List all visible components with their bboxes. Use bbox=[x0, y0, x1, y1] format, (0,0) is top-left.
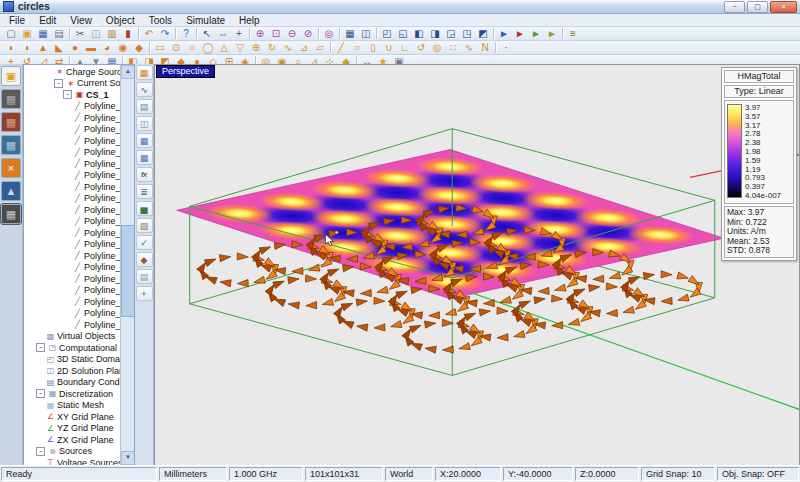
view-bottom-button[interactable]: ◱ bbox=[395, 28, 411, 40]
sphere-button[interactable]: ● bbox=[67, 42, 83, 54]
menu-item-file[interactable]: File bbox=[2, 14, 32, 26]
tree-item-2d-solution-planes[interactable]: ◫2D Solution Planes bbox=[24, 365, 121, 377]
tree-item-current-source[interactable]: -∗Current Source bbox=[24, 78, 121, 90]
extrude-button[interactable]: ▭ bbox=[152, 42, 168, 54]
spiral-button[interactable]: ↺ bbox=[413, 42, 429, 54]
solid-more-button[interactable]: ◆ bbox=[131, 42, 147, 54]
tree-item-polyline-3[interactable]: ╱Polyline_3 bbox=[24, 112, 121, 124]
tree-item-cs-1[interactable]: -▣CS_1 bbox=[24, 89, 121, 101]
funnel-button[interactable]: ▽ bbox=[232, 42, 248, 54]
print-button[interactable]: ▤ bbox=[51, 28, 67, 40]
tree-item-polyline-17[interactable]: ╱Polyline_17 bbox=[24, 273, 121, 285]
tree-item-3d-static-domain[interactable]: ◰3D Static Domain bbox=[24, 354, 121, 366]
tree-expander-icon[interactable]: - bbox=[63, 90, 72, 99]
more-tools-button[interactable]: · bbox=[498, 42, 514, 54]
material-dark-dock-button[interactable]: ▦ bbox=[1, 89, 21, 109]
tree-expander-icon[interactable]: - bbox=[36, 389, 45, 398]
fold-button[interactable]: ◖ bbox=[19, 42, 35, 54]
zoom-extents-button[interactable]: ◎ bbox=[321, 28, 337, 40]
library-blue-dock-button[interactable]: ▲ bbox=[1, 181, 21, 201]
menu-item-simulate[interactable]: Simulate bbox=[179, 14, 232, 26]
slab-button[interactable]: ▬ bbox=[83, 42, 99, 54]
primitive-button[interactable]: ◉ bbox=[115, 42, 131, 54]
tree-item-discretization[interactable]: -▦Discretization bbox=[24, 388, 121, 400]
tree-scroll-down-button[interactable]: ▼ bbox=[121, 451, 135, 465]
tree-item-polyline-15[interactable]: ╱Polyline_15 bbox=[24, 250, 121, 262]
layers-button[interactable]: ▤ bbox=[136, 99, 153, 114]
menu-item-edit[interactable]: Edit bbox=[32, 14, 63, 26]
pyramid-button[interactable]: △ bbox=[216, 42, 232, 54]
view-quad-button[interactable]: ◫ bbox=[358, 28, 374, 40]
image-capture-button[interactable]: ▨ bbox=[136, 218, 153, 233]
menu-item-help[interactable]: Help bbox=[232, 14, 267, 26]
tree-item-polyline-19[interactable]: ╱Polyline_19 bbox=[24, 296, 121, 308]
tree-item-yz-grid-plane[interactable]: ∠YZ Grid Plane bbox=[24, 423, 121, 435]
polyline-tool-button[interactable]: ∟ bbox=[397, 42, 413, 54]
rectangle-button[interactable]: ▯ bbox=[365, 42, 381, 54]
dome-button[interactable]: ○ bbox=[184, 42, 200, 54]
view-top-button[interactable]: ◰ bbox=[379, 28, 395, 40]
redo-button[interactable]: ↷ bbox=[157, 28, 173, 40]
blend-button[interactable]: ◕ bbox=[99, 42, 115, 54]
view-back-button[interactable]: ◳ bbox=[459, 28, 475, 40]
zoom-out-button[interactable]: ⊖ bbox=[284, 28, 300, 40]
view-left-button[interactable]: ◧ bbox=[411, 28, 427, 40]
maximize-button[interactable]: ▢ bbox=[747, 1, 768, 13]
tree-scrollbar-thumb[interactable] bbox=[121, 225, 135, 317]
zoom-previous-button[interactable]: ⊘ bbox=[300, 28, 316, 40]
nurbs-button[interactable]: N bbox=[477, 42, 493, 54]
pan-button[interactable]: ⇔ bbox=[215, 28, 231, 40]
tree-item-polyline-21[interactable]: ╱Polyline_21 bbox=[24, 319, 121, 331]
tree-item-polyline-20[interactable]: ╱Polyline_20 bbox=[24, 308, 121, 320]
save-button[interactable]: ▦ bbox=[35, 28, 51, 40]
open-button[interactable]: ▣ bbox=[19, 28, 35, 40]
tree-item-computational-domain[interactable]: -◳Computational Domain bbox=[24, 342, 121, 354]
delete-button[interactable]: ▮ bbox=[120, 28, 136, 40]
torus-button[interactable]: ◎ bbox=[429, 42, 445, 54]
tree-item-virtual-objects[interactable]: ▩Virtual Objects bbox=[24, 331, 121, 343]
menu-item-tools[interactable]: Tools bbox=[142, 14, 179, 26]
material-steel-dock-button[interactable]: ▦ bbox=[1, 135, 21, 155]
tree-item-polyline-6[interactable]: ╱Polyline_6 bbox=[24, 147, 121, 159]
move-view-button[interactable]: + bbox=[231, 28, 247, 40]
view-front-button[interactable]: ◲ bbox=[443, 28, 459, 40]
paste-button[interactable]: ▥ bbox=[104, 28, 120, 40]
tree-item-voltage-sources[interactable]: ⊤Voltage Sources bbox=[24, 457, 121, 465]
spline-button[interactable]: ∿ bbox=[461, 42, 477, 54]
tree-expander-icon[interactable]: - bbox=[54, 79, 63, 88]
cone-button[interactable]: ▲ bbox=[35, 42, 51, 54]
notes-button[interactable]: ▤ bbox=[136, 269, 153, 284]
bend-sheet-button[interactable]: ◗ bbox=[3, 42, 19, 54]
view-right-button[interactable]: ◨ bbox=[427, 28, 443, 40]
tree-item-polyline-9[interactable]: ╱Polyline_9 bbox=[24, 181, 121, 193]
tree-item-polyline-8[interactable]: ╱Polyline_8 bbox=[24, 170, 121, 182]
cut-button[interactable]: ✂ bbox=[72, 28, 88, 40]
script-editor-button[interactable]: ≣ bbox=[136, 184, 153, 199]
undo-button[interactable]: ↶ bbox=[141, 28, 157, 40]
project-hierarchy-button[interactable]: ≡ bbox=[565, 28, 581, 40]
wire-sphere-button[interactable]: ⊕ bbox=[248, 42, 264, 54]
tree-scrollbar[interactable]: ▲ ▼ bbox=[120, 65, 134, 465]
tree-item-polyline-2[interactable]: ╱Polyline_2 bbox=[24, 101, 121, 113]
scene-canvas[interactable] bbox=[155, 65, 799, 465]
tree-item-polyline-5[interactable]: ╱Polyline_5 bbox=[24, 135, 121, 147]
validate-button[interactable]: ✓ bbox=[136, 235, 153, 250]
material-copper-dock-button[interactable]: ▦ bbox=[1, 112, 21, 132]
view-isometric-button[interactable]: ◩ bbox=[475, 28, 491, 40]
flag-view-2-button[interactable]: ► bbox=[512, 28, 528, 40]
tree-item-polyline-13[interactable]: ╱Polyline_13 bbox=[24, 227, 121, 239]
point-grid-button[interactable]: ∷ bbox=[445, 42, 461, 54]
arc-button[interactable]: ∪ bbox=[381, 42, 397, 54]
waveform-editor-button[interactable]: ∿ bbox=[136, 82, 153, 97]
draft-button[interactable]: ⊿ bbox=[296, 42, 312, 54]
tree-scroll-up-button[interactable]: ▲ bbox=[121, 65, 135, 79]
mesh-view-button[interactable]: ▦ bbox=[136, 150, 153, 165]
close-button[interactable]: × bbox=[770, 1, 797, 13]
tree-item-charge-source[interactable]: ∗Charge Source bbox=[24, 66, 121, 78]
data-table-button[interactable]: ▦ bbox=[136, 133, 153, 148]
tree-item-polyline-18[interactable]: ╱Polyline_18 bbox=[24, 285, 121, 297]
tree-item-polyline-11[interactable]: ╱Polyline_11 bbox=[24, 204, 121, 216]
materials-palette-button[interactable]: ◆ bbox=[136, 252, 153, 267]
3d-viewport[interactable]: Perspective HMagTotal Type: Linear 3.973… bbox=[154, 64, 800, 466]
minimize-button[interactable]: − bbox=[724, 1, 745, 13]
